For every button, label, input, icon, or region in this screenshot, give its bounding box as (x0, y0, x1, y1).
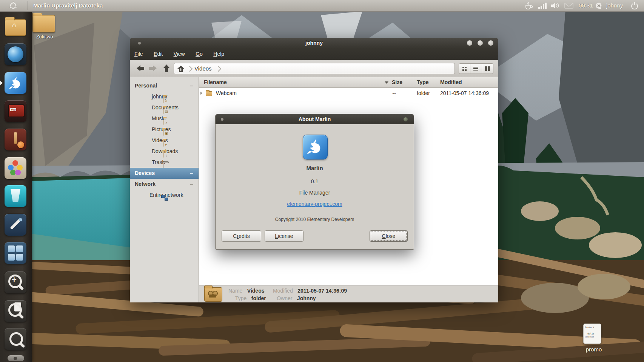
pen-tip-icon (19, 218, 22, 221)
sidebar-item-johnny[interactable]: johnny (130, 91, 199, 102)
coffee-icon[interactable] (524, 2, 534, 9)
sidebar-item-entire-network[interactable]: Entire network (130, 190, 199, 201)
back-button[interactable] (136, 64, 145, 72)
breadcrumb[interactable]: Videos (174, 63, 455, 74)
expander-icon[interactable] (200, 92, 202, 95)
column-modified[interactable]: Modified (440, 77, 462, 87)
dock-item-media-converter[interactable] (5, 129, 26, 150)
section-label: Personal (135, 83, 157, 89)
column-filename[interactable]: Filename (204, 77, 227, 87)
sidebar-item-documents[interactable]: Documents (130, 102, 199, 113)
column-type[interactable]: Type (417, 77, 429, 87)
window-title: johnny (130, 38, 498, 48)
desktop-icon-label: promo (583, 346, 604, 353)
chat-icon[interactable] (594, 2, 604, 9)
chevron-right-icon (216, 66, 222, 72)
active-app-title: Marlin Upravitelj Datoteka (33, 0, 103, 11)
dock-item-zoom-document[interactable] (5, 300, 26, 322)
status-name-value: Videos (247, 288, 265, 294)
status-modified-value: 2011-05-07 14:36:09 (297, 288, 347, 294)
status-modified-label: Modified (273, 288, 293, 294)
menu-go[interactable]: Go (191, 48, 207, 60)
list-view-button[interactable] (470, 63, 482, 74)
note-line: Promo s (585, 325, 600, 329)
collapse-icon[interactable] (190, 86, 193, 86)
ubuntu-logo-icon[interactable] (9, 2, 17, 10)
dialog-close-dot-icon[interactable] (404, 117, 408, 121)
dock-item-camera[interactable] (8, 355, 24, 361)
power-icon[interactable] (630, 2, 639, 9)
workspace-switcher-icon (8, 245, 23, 261)
window-menu-dot-icon[interactable] (138, 42, 141, 44)
close-button[interactable]: Close (370, 230, 408, 242)
dialog-titlebar[interactable]: About Marlin (216, 114, 414, 124)
sort-descending-icon (385, 81, 388, 84)
zoom-document-icon (8, 303, 22, 317)
menu-help[interactable]: Help (209, 48, 229, 60)
clock[interactable]: 00:31 (579, 0, 593, 11)
folder-icon (206, 91, 212, 96)
window-titlebar[interactable]: johnny (130, 38, 498, 48)
sidebar-section-personal[interactable]: Personal (130, 80, 199, 91)
movie-camera-emblem-icon (208, 291, 218, 297)
dock-item-marlin[interactable] (5, 72, 26, 94)
breadcrumb-location[interactable]: Videos (194, 63, 212, 74)
sidebar-item-pictures[interactable]: Pictures (130, 124, 199, 135)
about-app-name: Marlin (216, 165, 414, 171)
status-owner-label: Owner (277, 295, 292, 301)
volume-icon[interactable] (550, 2, 560, 9)
cell-type: folder (417, 88, 430, 99)
column-size[interactable]: Size (392, 77, 402, 87)
column-view-icon (485, 66, 487, 71)
dialog-menu-dot-icon[interactable] (221, 118, 223, 121)
dock-item-zoom-in[interactable] (5, 272, 26, 293)
zoom-in-icon (8, 275, 22, 288)
license-button[interactable]: License (265, 230, 304, 242)
dock-item-home-folder[interactable]: ⌂ (5, 16, 26, 38)
note-line: llearnam (585, 335, 600, 339)
dock-item-workspace-switcher[interactable] (5, 242, 26, 264)
sidebar-section-devices[interactable]: Devices (130, 168, 199, 179)
panel-separator (28, 1, 28, 10)
marlin-app-icon (303, 135, 328, 160)
dock-item-web-browser[interactable] (5, 43, 26, 65)
session-username[interactable]: johnny (606, 0, 623, 11)
file-row-webcam[interactable]: Webcam -- folder 2011-05-07 14:36:09 (199, 88, 498, 99)
up-button[interactable] (163, 64, 170, 73)
website-link[interactable]: elementary-project.com (287, 201, 342, 207)
close-button[interactable] (488, 40, 493, 46)
sidebar-item-trash[interactable]: Trash (130, 157, 199, 168)
signal-icon[interactable] (538, 2, 547, 9)
menu-file[interactable]: File (130, 48, 148, 60)
collapse-icon[interactable] (190, 173, 193, 174)
photo-manager-icon (5, 157, 26, 179)
sidebar-item-downloads[interactable]: Downloads (130, 146, 199, 157)
mail-icon[interactable] (564, 2, 574, 9)
dock-item-glass-app[interactable] (5, 185, 26, 207)
column-view-button[interactable] (482, 63, 493, 74)
home-crumb-icon[interactable] (177, 65, 185, 73)
dock-item-photo-manager[interactable] (5, 157, 26, 179)
dock-item-video-player[interactable]: You (5, 100, 26, 122)
sidebar-section-network[interactable]: Network (130, 179, 199, 190)
forward-button[interactable] (148, 64, 157, 72)
sidebar-item-videos[interactable]: Videos (130, 135, 199, 146)
desktop-icon-promo[interactable]: Promo s - delic llearnam promo (583, 324, 604, 353)
dock-item-drawing-app[interactable] (5, 214, 26, 236)
collapse-icon[interactable] (190, 184, 193, 185)
desktop-icon-zukitwo[interactable]: Zukitwo (32, 15, 57, 40)
converter-badge-icon (17, 141, 24, 148)
menu-edit[interactable]: Edit (149, 48, 167, 60)
dock-item-search[interactable] (5, 328, 26, 350)
maximize-button[interactable] (478, 40, 483, 46)
cell-filename: Webcam (216, 88, 237, 99)
menu-view[interactable]: View (169, 48, 190, 60)
minimize-button[interactable] (467, 40, 472, 46)
sidebar: Personal johnny Documents Music P (130, 77, 199, 302)
about-version: 0.1 (216, 178, 414, 184)
credits-button[interactable]: Credits (222, 230, 261, 242)
sidebar-item-music[interactable]: Music (130, 113, 199, 124)
chevron-right-icon (187, 66, 193, 72)
view-toggle-group (459, 63, 493, 74)
icon-view-button[interactable] (459, 63, 470, 74)
